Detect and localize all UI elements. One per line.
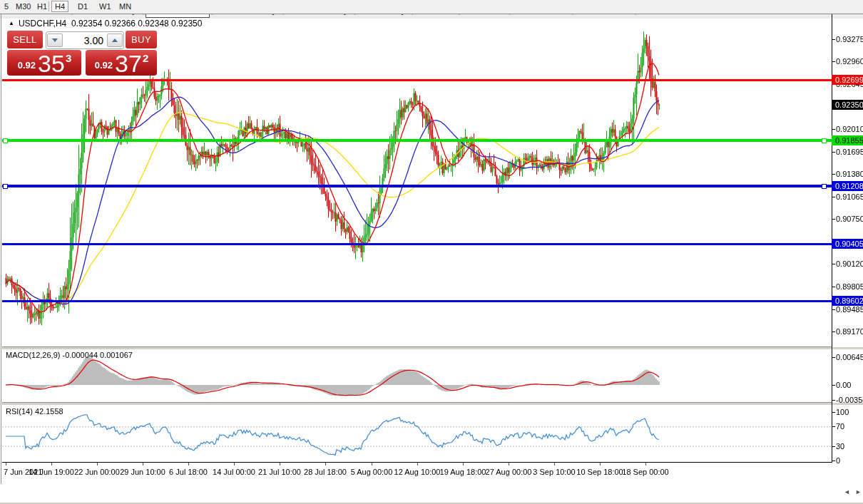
timeframe-toolbar: 5M30H1H4D1W1MN <box>0 0 863 14</box>
timeframe-button-mn[interactable]: MN <box>116 1 135 12</box>
price-axis-label: 0.91065 <box>836 192 863 201</box>
macd-label: MACD(12,26,9) -0.000044 0.001067 <box>6 351 133 359</box>
window-left-border <box>1 14 1 484</box>
line-handle[interactable] <box>3 184 8 189</box>
date-axis-tick <box>509 463 509 466</box>
date-axis-label: 27 Aug 00:00 <box>486 468 532 476</box>
price-axis-tick <box>832 61 835 62</box>
date-axis-tick <box>600 463 601 466</box>
price-badge: 0.91208 <box>832 181 863 191</box>
buy-button[interactable]: BUY <box>126 31 157 48</box>
price-axis-label: 0.89485 <box>836 305 863 314</box>
date-axis-label: 19 Aug 18:00 <box>440 468 486 476</box>
date-axis-label: 14 Jun 19:00 <box>29 468 74 476</box>
horizontal-line[interactable] <box>2 243 832 245</box>
rsi-indicator-canvas[interactable] <box>2 405 832 462</box>
date-axis-tick <box>188 463 189 466</box>
macd-axis-label: 0.006451 <box>836 353 863 361</box>
date-axis-tick <box>645 463 646 466</box>
tabs-scroll-right-icon[interactable]: ► <box>855 488 862 495</box>
tabs-scroll-left-icon[interactable]: ◄ <box>844 488 850 495</box>
rsi-axis-tick <box>832 446 835 447</box>
volume-input[interactable] <box>63 35 106 46</box>
price-axis-tick <box>832 331 835 332</box>
horizontal-line[interactable] <box>2 139 832 142</box>
price-axis-tick <box>832 174 835 175</box>
rsi-axis-tick <box>832 461 835 461</box>
toolbar-divider <box>48 1 49 11</box>
price-axis-tick <box>832 309 835 310</box>
rsi-axis-tick <box>832 426 835 427</box>
price-axis-tick <box>832 264 835 264</box>
buy-price-pips: 37 <box>115 53 142 74</box>
sell-price-pips: 35 <box>38 53 65 74</box>
price-axis-tick <box>832 219 835 220</box>
date-axis-label: 29 Jun 10:00 <box>120 468 165 476</box>
macd-axis-tick <box>832 385 835 386</box>
date-axis-tick <box>234 463 235 466</box>
timeframe-button-m30[interactable]: M30 <box>12 1 34 12</box>
date-axis-tick <box>554 463 555 466</box>
timeframe-button-5[interactable]: 5 <box>1 1 12 12</box>
date-axis-label: 6 Jul 18:00 <box>169 468 208 476</box>
sell-price-fraction: 3 <box>66 52 71 64</box>
price-badge: 0.89602 <box>832 296 863 306</box>
chevron-up-icon <box>112 38 118 42</box>
timeframe-button-d1[interactable]: D1 <box>74 1 91 12</box>
volume-decrease-button[interactable] <box>47 34 63 47</box>
horizontal-line[interactable] <box>2 79 832 81</box>
panel-separator[interactable] <box>0 403 863 405</box>
rsi-axis-label: 70 <box>836 422 844 431</box>
date-axis-tick <box>463 463 464 466</box>
price-axis-tick <box>832 39 835 40</box>
price-badge: 0.91855 <box>832 135 863 145</box>
line-handle[interactable] <box>822 184 827 189</box>
date-axis-tick <box>143 463 143 466</box>
macd-axis-tick <box>832 357 835 358</box>
timeframe-button-h4[interactable]: H4 <box>51 1 68 12</box>
date-axis-tick <box>372 463 372 466</box>
buy-price-fraction: 2 <box>143 52 148 64</box>
line-handle[interactable] <box>822 138 827 143</box>
macd-axis-label: 0.00 <box>836 381 851 389</box>
price-badge: 0.92699 <box>832 75 863 85</box>
date-axis-tick <box>51 463 52 466</box>
price-axis-label: 0.89805 <box>836 282 863 291</box>
panel-separator[interactable] <box>0 347 863 349</box>
price-axis-label: 0.91695 <box>836 148 863 156</box>
date-axis-tick <box>280 463 280 466</box>
date-axis-tick <box>6 463 6 466</box>
price-badge: 0.90405 <box>832 239 863 249</box>
chevron-down-icon <box>52 38 58 42</box>
price-axis-tick <box>832 197 835 197</box>
trading-terminal-window: 5M30H1H4D1W1MN ▲ USDCHF,H4 0.92354 0.923… <box>0 0 863 504</box>
collapse-triangle-icon[interactable]: ▲ <box>9 21 14 26</box>
rsi-axis-label: 30 <box>836 442 844 451</box>
price-axis-tick <box>832 287 835 287</box>
price-axis-label: 0.92960 <box>836 57 863 66</box>
price-axis-tick <box>832 152 835 153</box>
date-axis-tick <box>325 463 326 466</box>
line-handle[interactable] <box>3 138 8 143</box>
date-axis-label: 21 Jul 10:00 <box>258 468 301 476</box>
timeframe-button-w1[interactable]: W1 <box>96 1 115 12</box>
sell-price-prefix: 0.92 <box>18 60 36 71</box>
price-axis-label: 0.93275 <box>836 35 863 43</box>
rsi-axis-tick <box>832 412 835 413</box>
horizontal-line[interactable] <box>2 300 832 302</box>
sell-quote-button[interactable]: 0.92353 <box>7 50 81 76</box>
one-click-trading-panel: SELL BUY 0.92353 0.92372 <box>6 31 157 76</box>
rsi-label: RSI(14) 42.1558 <box>6 407 63 416</box>
macd-axis-tick <box>832 400 835 401</box>
volume-increase-button[interactable] <box>107 34 123 47</box>
date-axis-label: 18 Sep 00:00 <box>622 468 668 476</box>
date-axis-tick <box>97 463 98 466</box>
date-axis-tick <box>417 463 418 466</box>
date-axis-label: 5 Aug 00:00 <box>351 468 393 476</box>
horizontal-line[interactable] <box>2 185 832 187</box>
sell-button[interactable]: SELL <box>7 31 43 48</box>
buy-quote-button[interactable]: 0.92372 <box>86 50 157 76</box>
price-axis-label: 0.89170 <box>836 327 863 336</box>
chart-title: ▲ USDCHF,H4 0.92354 0.92366 0.92348 0.92… <box>9 19 202 29</box>
price-axis-label: 0.90120 <box>836 259 863 268</box>
